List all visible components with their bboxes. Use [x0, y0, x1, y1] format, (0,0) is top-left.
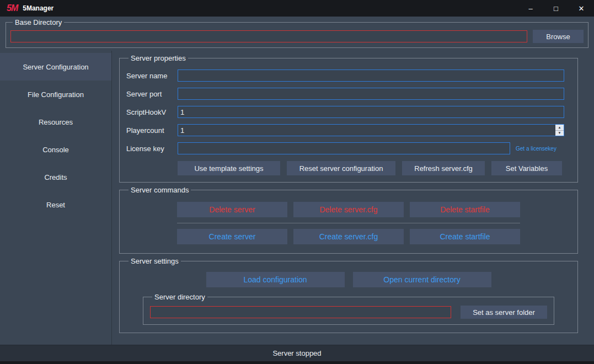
browse-button[interactable]: Browse: [533, 30, 584, 43]
sidebar-item-label: Resources: [39, 118, 73, 126]
delete-buttons-row: Delete server Delete server.cfg Delete s…: [177, 202, 520, 223]
sidebar-item-label: Console: [42, 146, 69, 154]
titlebar: 5M 5Manager – □ ✕: [0, 0, 594, 17]
sidebar: Server Configuration File Configuration …: [0, 51, 112, 345]
main-body: Server Configuration File Configuration …: [0, 51, 594, 345]
content-area: Server properties Server name Server por…: [112, 51, 594, 345]
license-key-row: License key Get a licensekey: [126, 142, 564, 154]
playercount-row: Playercount ▲ ▼: [126, 124, 564, 136]
delete-server-button[interactable]: Delete server: [177, 202, 287, 217]
delete-startfile-button[interactable]: Delete startfile: [410, 202, 520, 217]
get-licensekey-link[interactable]: Get a licensekey: [516, 146, 564, 152]
sidebar-item-label: Reset: [46, 201, 65, 209]
server-name-row: Server name: [126, 69, 564, 82]
reset-server-configuration-button[interactable]: Reset server configuration: [287, 161, 395, 175]
maximize-icon: □: [554, 4, 558, 13]
license-key-label: License key: [126, 144, 178, 153]
sidebar-item-resources[interactable]: Resources: [0, 108, 111, 136]
create-buttons-row: Create server Create server.cfg Create s…: [177, 229, 520, 244]
sidebar-item-console[interactable]: Console: [0, 136, 111, 163]
server-settings-group: Server settings Load configuration Open …: [119, 257, 578, 333]
server-port-label: Server port: [126, 90, 178, 98]
server-directory-legend: Server directory: [152, 293, 207, 301]
server-commands-group: Server commands Delete server Delete ser…: [119, 186, 578, 254]
playercount-input[interactable]: [178, 125, 555, 136]
open-current-directory-button[interactable]: Open current directory: [353, 272, 491, 287]
server-name-input[interactable]: [178, 69, 564, 82]
base-directory-group: Base Directory Browse: [6, 18, 588, 48]
sidebar-item-label: Server Configuration: [23, 63, 88, 71]
close-icon: ✕: [579, 4, 585, 13]
sidebar-item-reset[interactable]: Reset: [0, 191, 111, 218]
server-commands-legend: Server commands: [129, 186, 191, 194]
load-configuration-button[interactable]: Load configuration: [206, 272, 345, 287]
server-directory-input[interactable]: [150, 306, 451, 318]
app-logo-icon: 5M: [7, 3, 18, 13]
base-directory-input[interactable]: [10, 30, 527, 42]
create-server-cfg-button[interactable]: Create server.cfg: [293, 229, 404, 244]
window-bottom-edge: [0, 361, 594, 364]
sidebar-item-label: File Configuration: [28, 90, 84, 99]
server-name-label: Server name: [126, 72, 178, 80]
license-key-input[interactable]: [178, 142, 510, 154]
sidebar-item-server-configuration[interactable]: Server Configuration: [0, 53, 111, 81]
minimize-button[interactable]: –: [518, 0, 543, 17]
playercount-label: Playercount: [126, 126, 178, 135]
server-properties-legend: Server properties: [129, 54, 188, 62]
app-window: 5M 5Manager – □ ✕ Base Directory Browse …: [0, 0, 594, 364]
sidebar-item-credits[interactable]: Credits: [0, 163, 111, 191]
server-settings-legend: Server settings: [129, 257, 181, 265]
close-button[interactable]: ✕: [569, 0, 594, 17]
scripthookv-label: ScriptHookV: [126, 108, 178, 116]
server-properties-buttons: Use template settings Reset server confi…: [178, 161, 564, 175]
window-title: 5Manager: [23, 4, 53, 12]
use-template-settings-button[interactable]: Use template settings: [178, 161, 280, 175]
status-text: Server stopped: [272, 349, 321, 357]
server-settings-buttons: Load configuration Open current director…: [126, 272, 571, 287]
spin-down-icon[interactable]: ▼: [555, 131, 564, 136]
base-directory-section: Base Directory Browse: [0, 17, 594, 51]
create-startfile-button[interactable]: Create startfile: [410, 229, 520, 244]
create-server-button[interactable]: Create server: [177, 229, 287, 244]
base-directory-legend: Base Directory: [13, 18, 64, 26]
spin-up-icon[interactable]: ▲: [555, 125, 564, 131]
set-variables-button[interactable]: Set Variables: [491, 161, 562, 175]
status-bar: Server stopped: [0, 345, 594, 361]
window-controls: – □ ✕: [518, 0, 594, 17]
delete-server-cfg-button[interactable]: Delete server.cfg: [293, 202, 404, 217]
maximize-button[interactable]: □: [543, 0, 569, 17]
server-properties-group: Server properties Server name Server por…: [119, 54, 578, 183]
scripthookv-row: ScriptHookV: [126, 106, 564, 118]
scripthookv-input[interactable]: [178, 106, 564, 118]
playercount-spin-buttons: ▲ ▼: [555, 125, 564, 136]
set-as-server-folder-button[interactable]: Set as server folder: [461, 306, 547, 319]
minimize-icon: –: [528, 4, 532, 13]
server-directory-group: Server directory Set as server folder: [143, 293, 554, 325]
sidebar-item-file-configuration[interactable]: File Configuration: [0, 81, 111, 108]
sidebar-item-label: Credits: [44, 173, 67, 181]
refresh-server-cfg-button[interactable]: Refresh server.cfg: [402, 161, 485, 175]
playercount-stepper: ▲ ▼: [178, 124, 564, 136]
server-port-input[interactable]: [178, 88, 564, 100]
server-port-row: Server port: [126, 88, 564, 100]
